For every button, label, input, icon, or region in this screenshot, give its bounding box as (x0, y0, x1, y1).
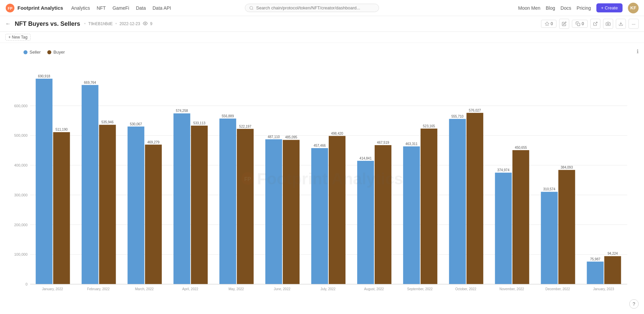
legend-seller: Seller (23, 50, 41, 55)
seller-label: Seller (30, 50, 41, 55)
star-button[interactable]: 0 (541, 20, 557, 28)
svg-text:June, 2022: June, 2022 (274, 287, 290, 291)
svg-text:374,974: 374,974 (497, 168, 510, 172)
svg-text:300,000: 300,000 (14, 193, 28, 197)
nav-data[interactable]: Data (136, 5, 146, 11)
svg-text:485,095: 485,095 (285, 135, 298, 139)
camera-icon (606, 21, 610, 26)
edit-icon (562, 21, 567, 26)
buyer-dot (47, 50, 51, 54)
nav-analytics[interactable]: Analytics (71, 5, 90, 11)
svg-line-3 (252, 9, 253, 9)
svg-text:75,987: 75,987 (590, 257, 600, 261)
svg-text:August, 2022: August, 2022 (364, 287, 384, 291)
svg-text:498,420: 498,420 (331, 132, 343, 135)
nav-blog[interactable]: Blog (546, 5, 555, 11)
share-button[interactable] (590, 19, 600, 29)
navbar: FP Footprint Analytics Analytics NFT Gam… (0, 0, 644, 16)
svg-text:July, 2022: July, 2022 (321, 287, 336, 291)
svg-rect-81 (558, 170, 575, 284)
svg-rect-61 (375, 145, 391, 284)
svg-text:450,655: 450,655 (515, 146, 527, 149)
brand[interactable]: FP Footprint Analytics (5, 3, 63, 13)
help-button[interactable]: ? (629, 299, 639, 309)
brand-logo-icon: FP (5, 3, 15, 13)
star-icon (545, 21, 549, 26)
meta-views: 9 (150, 21, 153, 26)
svg-text:457,466: 457,466 (314, 144, 326, 147)
svg-text:94,224: 94,224 (607, 252, 618, 255)
new-tag-button[interactable]: + New Tag (5, 34, 31, 41)
svg-rect-24 (36, 79, 52, 284)
eye-icon (143, 21, 148, 27)
subheader-actions: 0 0 (541, 19, 639, 29)
svg-text:669,764: 669,764 (84, 81, 96, 84)
svg-rect-29 (82, 85, 98, 284)
svg-text:487,110: 487,110 (268, 135, 280, 139)
svg-text:March, 2022: March, 2022 (135, 287, 154, 291)
search-input[interactable] (256, 5, 375, 10)
svg-point-4 (145, 23, 146, 24)
star-count: 0 (551, 21, 553, 26)
svg-rect-74 (495, 173, 512, 284)
nav-gamefi[interactable]: GameFi (112, 5, 129, 11)
svg-line-7 (595, 22, 597, 24)
nav-nft[interactable]: NFT (97, 5, 106, 11)
svg-rect-46 (237, 129, 254, 284)
svg-text:522,197: 522,197 (239, 125, 252, 128)
svg-text:556,889: 556,889 (222, 114, 234, 118)
svg-text:September, 2022: September, 2022 (407, 287, 433, 291)
download-button[interactable] (616, 19, 626, 29)
back-button[interactable]: ← (5, 21, 11, 27)
create-button[interactable]: + Create (596, 3, 623, 12)
svg-text:414,841: 414,841 (360, 156, 372, 160)
camera-button[interactable] (603, 19, 613, 29)
edit-button[interactable] (559, 19, 569, 29)
svg-marker-5 (545, 22, 549, 25)
download-icon (619, 21, 623, 26)
svg-text:574,258: 574,258 (176, 109, 188, 113)
meta-info: • T9nEB1hBdE • 2022-12-23 9 (84, 21, 152, 27)
subheader: ← NFT Buyers vs. Sellers • T9nEB1hBdE • … (0, 16, 644, 32)
svg-rect-64 (403, 146, 420, 284)
svg-rect-51 (283, 140, 300, 284)
svg-rect-59 (357, 161, 374, 284)
info-icon[interactable]: ℹ (637, 48, 639, 55)
nav-links: Analytics NFT GameFi Data Data API (71, 5, 171, 11)
svg-text:530,067: 530,067 (130, 122, 142, 126)
svg-text:January, 2022: January, 2022 (42, 287, 63, 291)
nav-docs[interactable]: Docs (560, 5, 571, 11)
svg-text:0: 0 (25, 282, 28, 286)
more-button[interactable]: ··· (629, 19, 639, 29)
svg-text:December, 2022: December, 2022 (545, 287, 570, 291)
svg-rect-66 (421, 129, 437, 284)
svg-text:May, 2022: May, 2022 (228, 287, 244, 291)
nav-moon-men[interactable]: Moon Men (518, 5, 540, 11)
copy-icon (576, 21, 580, 26)
avatar[interactable]: KF (628, 3, 639, 13)
svg-rect-34 (127, 127, 144, 284)
brand-name: Footprint Analytics (17, 5, 63, 11)
search-icon (249, 6, 254, 10)
svg-text:533,113: 533,113 (193, 121, 206, 125)
svg-rect-26 (53, 132, 70, 284)
svg-rect-49 (265, 139, 282, 284)
svg-text:October, 2022: October, 2022 (455, 287, 476, 291)
nav-pricing[interactable]: Pricing (577, 5, 591, 11)
svg-text:January, 2023: January, 2023 (593, 287, 614, 291)
svg-rect-56 (329, 136, 345, 284)
svg-text:100,000: 100,000 (14, 252, 28, 256)
nav-data-api[interactable]: Data API (153, 5, 171, 11)
svg-text:555,710: 555,710 (451, 115, 464, 118)
svg-text:535,946: 535,946 (101, 120, 114, 124)
svg-text:400,000: 400,000 (14, 163, 28, 167)
meta-id[interactable]: T9nEB1hBdE (88, 21, 113, 26)
svg-text:463,311: 463,311 (406, 142, 418, 146)
svg-rect-36 (145, 145, 162, 284)
search-bar[interactable] (245, 4, 379, 12)
svg-text:310,574: 310,574 (543, 187, 556, 191)
svg-rect-69 (449, 119, 466, 284)
copy-button[interactable]: 0 (572, 20, 588, 28)
svg-point-2 (250, 6, 253, 9)
svg-rect-86 (604, 256, 621, 284)
